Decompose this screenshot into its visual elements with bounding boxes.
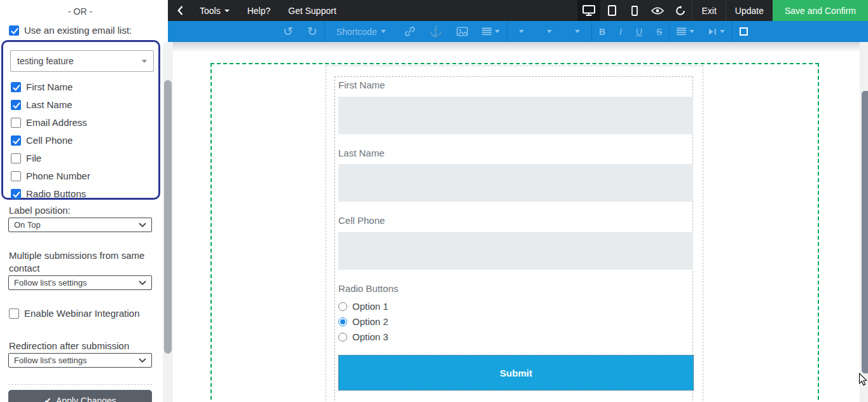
radio-option-1[interactable]: Option 1 [338,301,389,312]
shortcode-dropdown[interactable]: Shortcode [325,21,397,42]
checkbox-icon[interactable] [9,25,19,36]
checkbox-icon[interactable] [11,118,21,128]
caret-down-icon [142,60,147,63]
field-checkbox-last-name[interactable]: Last Name [11,99,72,110]
exit-label: Exit [701,6,716,16]
page-scrollbar[interactable] [860,42,868,402]
underline-button[interactable]: U [629,21,649,42]
tools-menu[interactable]: Tools [191,0,238,21]
email-list-select[interactable]: testing feature [10,50,154,72]
insert-link-button[interactable] [397,21,422,42]
back-button[interactable] [168,0,191,21]
sidebar-scrollbar[interactable] [163,42,173,402]
field-checkbox-phone-number[interactable]: Phone Number [11,170,90,181]
page-scrollbar-thumb[interactable] [862,91,868,373]
fullscreen-button[interactable] [733,21,755,42]
mobile-preview-button[interactable] [623,0,646,21]
strikethrough-button[interactable]: S [649,21,669,42]
font-family-dropdown[interactable] [535,21,563,42]
help-menu[interactable]: Help? [238,0,280,21]
radio-option-2[interactable]: Option 2 [338,316,389,327]
field-label: Phone Number [26,170,90,181]
cell-phone-input[interactable] [338,232,693,270]
tablet-preview-button[interactable] [600,0,623,21]
update-button[interactable]: Update [726,0,773,21]
underline-label: U [636,27,642,37]
text-direction-dropdown[interactable] [701,21,732,42]
label-position-select[interactable]: On Top [8,218,152,232]
list-dropdown[interactable] [475,21,507,42]
checkbox-icon[interactable] [11,189,21,199]
email-list-panel: testing feature First Name Last Name Ema… [1,40,160,200]
checkbox-icon[interactable] [11,100,21,110]
form-field-label: First Name [338,80,385,90]
webinar-integration-label: Enable Webinar Integration [24,308,140,319]
get-support-menu[interactable]: Get Support [279,0,345,21]
field-checkbox-email-address[interactable]: Email Address [11,117,87,128]
redo-button[interactable]: ↻ [300,21,324,42]
toolbar-right-group: Exit Update Save and Confirm [577,0,868,21]
submit-button[interactable]: Submit [338,355,694,391]
first-name-input[interactable] [338,97,693,134]
font-size-dropdown[interactable] [563,21,591,42]
field-checkbox-cell-phone[interactable]: Cell Phone [11,135,72,146]
bold-button[interactable]: B [592,21,612,42]
chevron-left-icon [177,6,183,15]
toolbar-shadow [168,42,868,52]
italic-button[interactable]: I [612,21,629,42]
undo-icon: ↺ [283,24,293,39]
monitor-icon [582,5,595,16]
redirection-select[interactable]: Follow list's settings [8,353,152,368]
radio-option-label: Option 2 [352,316,389,327]
editor-canvas: First Name Last Name Cell Phone Radio Bu… [168,42,868,402]
apply-changes-button[interactable]: ✔ Apply Changes [8,390,152,402]
undo-button[interactable]: ↺ [276,21,300,42]
chevron-down-icon [139,223,146,227]
field-label: First Name [26,81,72,92]
or-separator: - OR - [0,6,160,17]
email-list-select-value: testing feature [17,56,74,66]
field-checkbox-first-name[interactable]: First Name [11,81,72,92]
form-field-label: Radio Buttons [338,283,398,294]
label-position-value: On Top [14,220,41,230]
tools-label: Tools [200,6,221,16]
preview-button[interactable] [646,0,669,21]
caret-down-icon [689,30,694,33]
webinar-integration-row[interactable]: Enable Webinar Integration [9,308,140,319]
checkbox-icon[interactable] [11,82,21,92]
anchor-button[interactable]: ⚓ [422,21,450,42]
redo-icon: ↻ [307,24,317,39]
divider [8,384,152,385]
field-label: Cell Phone [26,135,72,146]
checkbox-icon[interactable] [11,135,21,146]
radio-option-label: Option 3 [352,331,389,342]
radio-icon[interactable] [338,333,347,342]
field-checkbox-radio-buttons[interactable]: Radio Buttons [11,188,86,199]
sidebar-scrollbar-thumb[interactable] [164,80,172,354]
tablet-icon [608,5,616,16]
radio-icon[interactable] [338,317,347,326]
radio-option-3[interactable]: Option 3 [338,331,389,342]
format-dropdown[interactable] [507,21,535,42]
checkbox-icon[interactable] [9,308,19,319]
checkbox-icon[interactable] [11,153,21,163]
last-name-input[interactable] [338,164,693,202]
save-and-confirm-button[interactable]: Save and Confirm [773,0,868,21]
checkbox-icon[interactable] [11,171,21,181]
caret-down-icon [575,30,580,33]
multiple-submissions-select[interactable]: Follow list's settings [8,275,152,290]
radio-icon[interactable] [338,302,347,311]
desktop-preview-button[interactable] [577,0,600,21]
insert-image-button[interactable] [450,21,475,42]
field-checkbox-file[interactable]: File [11,153,41,163]
link-icon [404,26,415,37]
revision-history-button[interactable] [669,0,692,21]
toolbar-spacer [168,21,276,42]
use-existing-list-row[interactable]: Use an existing email list: [9,25,132,36]
align-dropdown[interactable] [670,21,701,42]
bold-label: B [599,27,605,37]
exit-button[interactable]: Exit [692,0,725,21]
subscription-form-block[interactable]: First Name Last Name Cell Phone Radio Bu… [334,76,693,402]
form-field-label: Cell Phone [338,215,385,226]
caret-down-icon [720,30,725,33]
